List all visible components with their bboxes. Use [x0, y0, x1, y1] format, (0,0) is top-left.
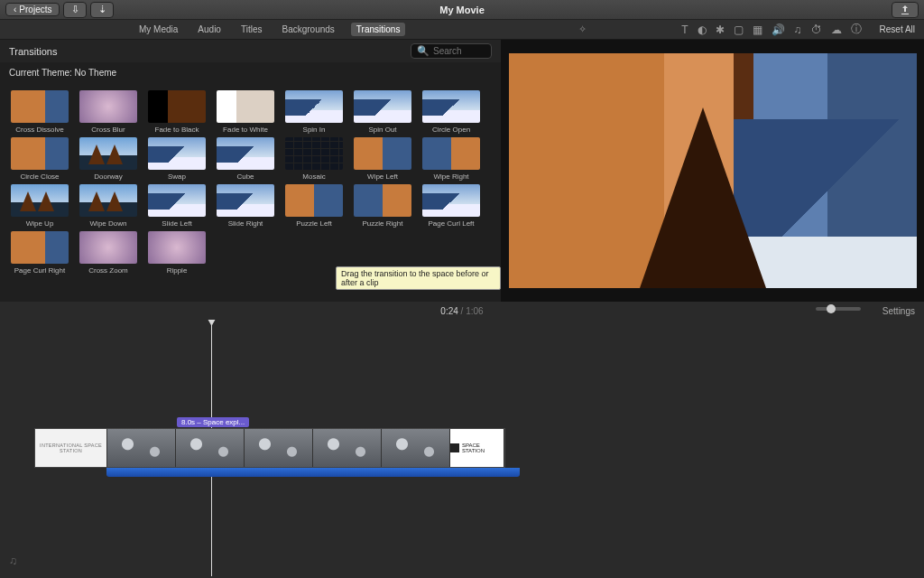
transition-thumb[interactable]: Slide Left — [146, 184, 208, 228]
clip-badge: 8.0s – Space expl... — [177, 417, 249, 427]
viewer-adjust-icons: T ◐ ✱ ▢ ▦ 🔊 ♫ ⏱ ☁ ⓘ Reset All — [681, 22, 915, 37]
sliders-icon: ⇣ — [98, 4, 106, 15]
current-time: 0:24 — [440, 306, 457, 316]
tab-my-media[interactable]: My Media — [135, 23, 181, 36]
text-icon[interactable]: T — [681, 23, 688, 36]
transition-thumb[interactable]: Page Curl Left — [420, 184, 482, 228]
transition-thumb[interactable]: Mosaic — [283, 137, 345, 181]
transition-thumb-label: Page Curl Right — [9, 266, 70, 275]
reset-all-button[interactable]: Reset All — [880, 24, 915, 34]
share-button[interactable] — [892, 2, 919, 18]
browser-header: Transitions 🔍 — [0, 40, 501, 62]
transition-thumb[interactable]: Swap — [146, 137, 208, 181]
stabilize-icon[interactable]: ▦ — [753, 23, 762, 36]
transition-thumb-label: Wipe Down — [78, 219, 139, 228]
transition-thumb[interactable]: Puzzle Right — [352, 184, 413, 228]
transition-thumb[interactable]: Circle Close — [9, 137, 70, 181]
transition-thumb[interactable]: Ripple — [146, 231, 208, 275]
transition-thumb-label: Wipe Right — [420, 172, 482, 181]
tab-transitions[interactable]: Transitions — [351, 23, 406, 36]
color-correction-icon[interactable]: ✱ — [716, 23, 725, 36]
search-field[interactable]: 🔍 — [411, 43, 492, 59]
transition-thumb-image — [285, 90, 343, 123]
transition-thumb[interactable]: Fade to Black — [146, 90, 208, 134]
playback-time: 0:24 / 1:06 — [440, 306, 483, 316]
transition-thumb[interactable]: Spin In — [283, 90, 345, 134]
transition-thumb[interactable]: Wipe Right — [420, 137, 482, 181]
transition-thumb-image — [11, 137, 69, 170]
music-well-icon[interactable]: ♫ — [9, 555, 17, 567]
timeline[interactable]: 8.0s – Space expl... International Space… — [0, 320, 924, 576]
transition-thumb-label: Slide Right — [215, 219, 276, 228]
import-media-button[interactable]: ⇩ — [63, 2, 87, 18]
transition-thumb-image — [422, 184, 480, 217]
speed-icon[interactable]: ⏱ — [811, 23, 822, 36]
transition-thumb-image — [148, 184, 206, 217]
tab-titles[interactable]: Titles — [237, 23, 266, 36]
volume-icon[interactable]: 🔊 — [772, 23, 785, 36]
transition-thumb[interactable]: Spin Out — [352, 90, 413, 134]
transition-thumb-label: Puzzle Right — [352, 219, 413, 228]
transition-thumb[interactable]: Slide Right — [215, 184, 276, 228]
browser-title: Transitions — [9, 46, 57, 57]
library-list-button[interactable]: ⇣ — [90, 2, 114, 18]
download-icon: ⇩ — [71, 4, 79, 15]
transition-thumb-image — [285, 137, 343, 170]
transition-thumb-label: Cube — [215, 172, 276, 181]
transition-thumb-label: Spin In — [283, 126, 345, 134]
transition-thumb[interactable]: Cube — [215, 137, 276, 181]
transitions-browser: Transitions 🔍 Current Theme: No Theme Cr… — [0, 40, 502, 302]
transition-thumb[interactable]: Cross Blur — [78, 90, 139, 134]
transition-thumb[interactable]: Puzzle Left — [283, 184, 345, 228]
transition-thumb-image — [217, 184, 274, 217]
tab-backgrounds[interactable]: Backgrounds — [278, 23, 337, 36]
clip-filter-icon[interactable]: ☁ — [831, 23, 842, 36]
playback-time-bar: 0:24 / 1:06 Settings — [0, 302, 924, 320]
video-clip-segment[interactable] — [107, 429, 176, 467]
transition-thumb[interactable]: Wipe Down — [78, 184, 139, 228]
transition-thumb-image — [285, 184, 343, 217]
video-clip-segment[interactable] — [245, 429, 313, 467]
main-split: Transitions 🔍 Current Theme: No Theme Cr… — [0, 40, 924, 302]
transition-thumb[interactable]: Page Curl Right — [9, 231, 70, 275]
transition-thumb[interactable]: Cross Dissolve — [9, 90, 70, 134]
video-clip-segment[interactable] — [176, 429, 245, 467]
transition-thumb[interactable]: Circle Open — [420, 90, 482, 134]
search-input[interactable] — [433, 46, 487, 56]
video-clip-segment[interactable] — [382, 429, 450, 467]
transition-thumb-label: Slide Left — [146, 219, 208, 228]
transition-thumb[interactable]: Wipe Up — [9, 184, 70, 228]
transition-thumb[interactable]: Fade to White — [215, 90, 276, 134]
transition-thumb-label: Ripple — [146, 266, 208, 275]
transition-thumb-image — [148, 231, 206, 264]
end-card-clip[interactable]: SPACE STATION — [450, 429, 504, 467]
video-track[interactable]: International Space Station SPACE STATIO… — [34, 428, 505, 468]
timeline-zoom-slider[interactable] — [816, 307, 861, 311]
projects-back-button[interactable]: ‹ Projects — [5, 3, 60, 16]
current-theme-label: Current Theme: No Theme — [0, 62, 501, 83]
timeline-settings-button[interactable]: Settings — [882, 306, 915, 316]
transition-thumb-image — [79, 184, 137, 217]
video-clip-segment[interactable] — [313, 429, 382, 467]
title-card-clip[interactable]: International Space Station — [35, 429, 107, 467]
transition-thumb-image — [217, 137, 274, 170]
wand-icon[interactable]: ✧ — [573, 23, 591, 35]
crop-icon[interactable]: ▢ — [734, 23, 744, 36]
transition-thumb[interactable]: Wipe Left — [352, 137, 413, 181]
transition-thumb-image — [217, 90, 274, 123]
transition-thumb[interactable]: Cross Zoom — [78, 231, 139, 275]
color-balance-icon[interactable]: ◐ — [698, 23, 707, 36]
tab-audio[interactable]: Audio — [194, 23, 225, 36]
transition-thumb-label: Circle Close — [9, 172, 70, 181]
transition-thumb[interactable]: Doorway — [78, 137, 139, 181]
info-icon[interactable]: ⓘ — [851, 22, 862, 37]
secondary-toolbar: My Media Audio Titles Backgrounds Transi… — [0, 20, 924, 40]
noise-reduction-icon[interactable]: ♫ — [794, 23, 802, 36]
transition-thumb-image — [422, 90, 480, 123]
audio-track[interactable] — [106, 468, 520, 477]
transition-thumb-image — [11, 231, 69, 264]
total-time: 1:06 — [466, 306, 483, 316]
preview-viewer[interactable] — [502, 40, 924, 302]
transition-thumb-label: Wipe Left — [352, 172, 413, 181]
drag-tooltip: Drag the transition to the space before … — [336, 266, 501, 290]
